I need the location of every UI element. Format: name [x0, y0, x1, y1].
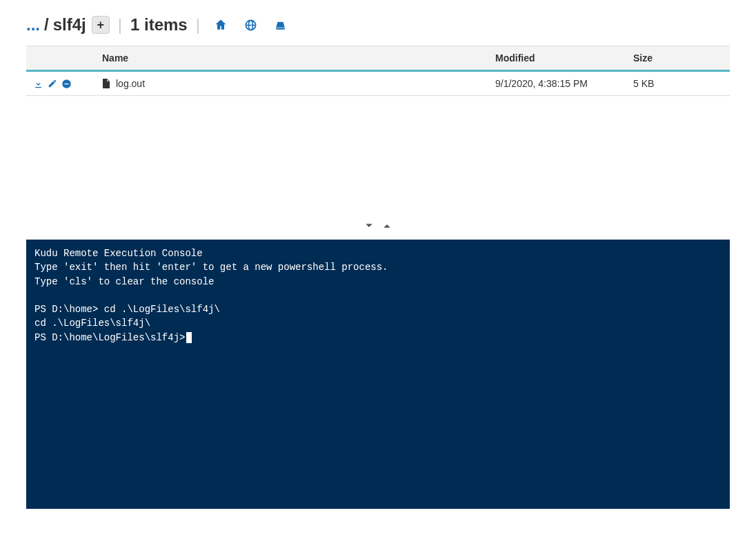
edit-icon[interactable]	[48, 79, 57, 89]
file-modified: 9/1/2020, 4:38:15 PM	[488, 71, 626, 96]
item-count: 1 items	[130, 15, 188, 35]
file-table-container: Name Modified Size	[0, 46, 756, 96]
file-table: Name Modified Size	[26, 46, 730, 96]
file-size: 5 KB	[626, 71, 730, 96]
file-name[interactable]: log.out	[116, 78, 145, 89]
divider: |	[196, 15, 200, 35]
disk-icon[interactable]	[274, 19, 287, 32]
globe-icon[interactable]	[244, 19, 257, 32]
delete-icon[interactable]	[61, 79, 72, 89]
col-header-name[interactable]: Name	[95, 46, 488, 71]
file-icon	[102, 79, 110, 88]
console-line: Kudu Remote Execution Console	[34, 248, 203, 259]
console-terminal[interactable]: Kudu Remote Execution Console Type 'exit…	[26, 240, 730, 509]
home-icon[interactable]	[214, 18, 228, 32]
console-line: PS D:\home> cd .\LogFiles\slf4j\	[34, 304, 220, 315]
row-actions	[33, 79, 88, 89]
console-line: Type 'exit' then hit 'enter' to get a ne…	[34, 262, 388, 273]
console-prompt: PS D:\home\LogFiles\slf4j>	[34, 332, 185, 343]
table-row[interactable]: log.out 9/1/2020, 4:38:15 PM 5 KB	[26, 71, 730, 96]
breadcrumb: ... / slf4j + | 1 items |	[0, 0, 756, 46]
add-button[interactable]: +	[92, 16, 110, 34]
console-line: cd .\LogFiles\slf4j\	[34, 318, 150, 329]
toolbar-icons	[214, 18, 287, 32]
col-header-size[interactable]: Size	[626, 46, 730, 71]
col-header-actions	[26, 46, 95, 71]
col-header-modified[interactable]: Modified	[488, 46, 626, 71]
breadcrumb-parent-ellipsis[interactable]: ...	[26, 15, 40, 35]
chevron-down-icon[interactable]	[362, 220, 376, 231]
divider: |	[118, 15, 122, 35]
chevron-up-icon[interactable]	[380, 220, 394, 231]
console-line: Type 'cls' to clear the console	[34, 276, 214, 287]
cursor	[186, 332, 192, 343]
breadcrumb-current-folder: slf4j	[53, 15, 86, 35]
download-icon[interactable]	[33, 79, 43, 89]
split-resize-controls	[0, 96, 756, 237]
breadcrumb-separator: /	[44, 15, 49, 35]
